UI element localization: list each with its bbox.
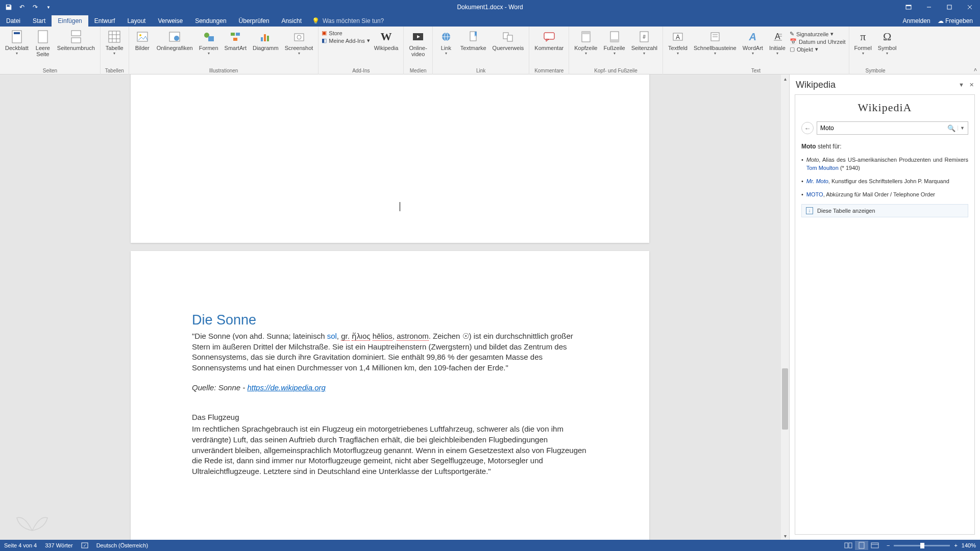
onlinegrafiken-button[interactable]: Onlinegrafiken [155,29,195,68]
tab-ueberpruefen[interactable]: Überprüfen [233,15,276,27]
link-moto-abbr[interactable]: MOTO [806,191,823,197]
onlinevideo-button[interactable]: Online- video [407,29,429,68]
share-button[interactable]: ☁ Freigeben [938,17,973,24]
back-button[interactable]: ← [801,122,814,134]
tab-ansicht[interactable]: Ansicht [276,15,308,27]
close-icon[interactable] [960,0,980,14]
smartart-button[interactable]: SmartArt [223,29,249,68]
bilder-button[interactable]: Bilder [132,29,153,68]
show-table-button[interactable]: ↓ Diese Tabelle anzeigen [801,204,968,217]
link-tom-moulton[interactable]: Tom Moulton [806,165,839,171]
list-item: Moto, Alias des US-amerikanischen Produz… [801,156,968,172]
zoom-level[interactable]: 140% [962,542,976,548]
video-icon [411,30,425,44]
scroll-up-icon[interactable]: ▴ [781,74,789,83]
undo-icon[interactable]: ↶ [17,3,27,12]
svg-rect-39 [544,33,554,39]
svg-text:✓: ✓ [83,543,86,548]
save-icon[interactable] [4,3,13,12]
datum-uhrzeit-button[interactable]: 📅Datum und Uhrzeit [790,38,846,45]
tab-layout[interactable]: Layout [121,15,152,27]
zoom-in-button[interactable]: + [954,542,957,548]
page-number-icon: # [637,30,651,44]
tab-sendungen[interactable]: Sendungen [189,15,232,27]
pane-menu-icon[interactable]: ▼ [959,82,964,88]
bookmark-icon [466,30,480,44]
group-symbole: Symbole [866,68,886,74]
word-count[interactable]: 337 Wörter [45,542,72,548]
formel-button[interactable]: πFormel▾ [852,29,874,68]
link-mr-moto[interactable]: Mr. Moto [806,178,828,184]
svg-rect-10 [71,38,81,43]
textfeld-button[interactable]: ATextfeld▾ [666,29,690,68]
print-layout-icon[interactable] [855,541,868,550]
redo-icon[interactable]: ↷ [31,3,40,12]
svg-text:#: # [643,34,646,40]
leere-seite-button[interactable]: Leere Seite [33,29,53,68]
read-mode-icon[interactable] [842,541,855,550]
search-icon[interactable]: 🔍 [945,124,958,132]
initiale-button[interactable]: AInitiale▾ [767,29,788,68]
qat-dropdown-icon[interactable]: ▼ [44,3,53,12]
svg-rect-61 [871,543,878,548]
web-layout-icon[interactable] [868,541,881,550]
tab-entwurf[interactable]: Entwurf [88,15,121,27]
list-item: MOTO, Abkürzung für Mail Order / Telepho… [801,191,968,199]
schnellbausteine-button[interactable]: Schnellbausteine▾ [692,29,739,68]
wikipedia-button[interactable]: WWikipedia [372,29,401,68]
document-canvas[interactable]: Die Sonne "Die Sonne (von ahd. Sunna; la… [0,74,789,540]
symbol-button[interactable]: ΩSymbol▾ [876,29,899,68]
zoom-out-button[interactable]: − [887,542,890,548]
wikipedia-link[interactable]: https://de.wikipedia.org [247,383,325,392]
pane-close-icon[interactable]: ✕ [969,82,974,88]
fusszeile-button[interactable]: Fußzeile▾ [601,29,627,68]
link-button[interactable]: Link▾ [436,29,456,68]
kopfzeile-button[interactable]: Kopfzeile▾ [572,29,599,68]
diagramm-button[interactable]: Diagramm [251,29,281,68]
search-dropdown-icon[interactable]: ▼ [958,126,965,131]
zoom-slider[interactable] [894,545,950,546]
tab-start[interactable]: Start [27,15,52,27]
deckblatt-button[interactable]: Deckblatt▾ [3,29,31,68]
kommentar-button[interactable]: Kommentar [532,29,566,68]
textmarke-button[interactable]: Textmarke [458,29,488,68]
pictures-icon [135,30,150,44]
page-indicator[interactable]: Seite 4 von 4 [4,542,37,548]
tab-einfuegen[interactable]: Einfügen [52,15,88,27]
minimize-icon[interactable] [919,0,939,14]
group-tabellen: Tabellen [105,68,124,74]
screenshot-button[interactable]: Screenshot▾ [283,29,315,68]
ribbon-display-icon[interactable] [898,0,919,14]
tabelle-button[interactable]: Tabelle▾ [104,29,126,68]
tab-datei[interactable]: Datei [0,15,27,27]
meine-addins-button[interactable]: ◧Meine Add-Ins ▾ [322,37,370,44]
vertical-scrollbar[interactable]: ▴ ▾ [781,74,789,540]
spellcheck-indicator[interactable]: ✓ [81,542,88,549]
svg-rect-23 [236,33,240,36]
tab-verweise[interactable]: Verweise [152,15,189,27]
objekt-button[interactable]: ▢Objekt ▾ [790,46,846,53]
comment-icon [542,30,556,44]
seitenzahl-button[interactable]: #Seitenzahl▾ [629,29,659,68]
wordart-button[interactable]: AWordArt▾ [741,29,765,68]
search-input[interactable] [820,124,945,132]
svg-rect-38 [507,35,512,41]
language-indicator[interactable]: Deutsch (Österreich) [96,542,148,548]
sign-in-link[interactable]: Anmelden [903,17,930,24]
maximize-icon[interactable] [939,0,960,14]
tell-me-input[interactable]: 💡 Was möchten Sie tun? [312,17,384,27]
formen-button[interactable]: Formen▾ [197,29,220,68]
collapse-ribbon-icon[interactable]: ʌ [974,66,977,72]
querverweis-button[interactable]: Querverweis [491,29,526,68]
symbol-icon: Ω [880,30,894,44]
footer-icon [607,30,622,44]
seitenumbruch-button[interactable]: Seitenumbruch [55,29,97,68]
scroll-thumb[interactable] [782,368,788,430]
lightbulb-icon: 💡 [312,17,320,24]
date-icon: 📅 [790,38,797,45]
group-text: Text [751,68,761,74]
scroll-down-icon[interactable]: ▾ [781,532,789,540]
store-button[interactable]: ▣Store [322,30,370,36]
svg-rect-9 [71,31,81,36]
signaturzeile-button[interactable]: ✎Signaturzeile ▾ [790,31,846,37]
